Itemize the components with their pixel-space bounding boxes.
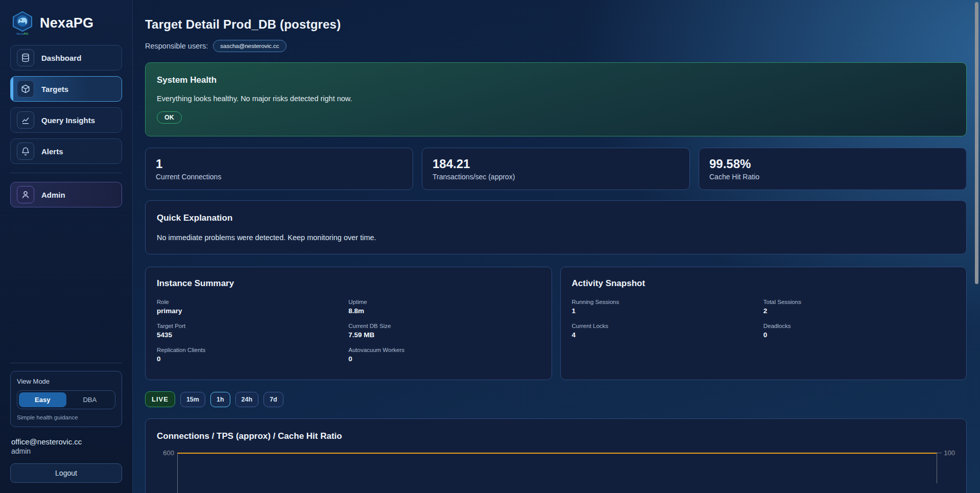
app-title: NexaPG (40, 15, 93, 31)
range-button-7d[interactable]: 7d (264, 392, 283, 407)
chart-card: Connections / TPS (approx) / Cache Hit R… (145, 418, 967, 493)
left-axis-top-tick: 600 (157, 449, 177, 493)
range-button-1h[interactable]: 1h (210, 392, 230, 407)
chart-title: Connections / TPS (approx) / Cache Hit R… (157, 431, 955, 441)
responsible-users-label: Responsible users: (145, 42, 208, 50)
page-title: Target Detail Prod_DB (postgres) (145, 17, 967, 32)
view-mode-hint: Simple health guidance (17, 414, 115, 420)
activity-snapshot-card: Activity Snapshot Running Sessions 1 Tot… (560, 267, 967, 380)
sidebar-item-label: Alerts (41, 147, 63, 156)
summary-row: Instance Summary Role primary Uptime 8.8… (145, 267, 967, 380)
responsible-user-badge[interactable]: sascha@nesterovic.cc (213, 40, 286, 52)
field-uptime: Uptime 8.8m (348, 299, 540, 315)
metric-card-connections: 1 Current Connections (145, 148, 413, 190)
sidebar-item-label: Query Insights (41, 116, 95, 125)
nexapg-logo-icon: NexaPG (11, 11, 34, 35)
metric-label: Cache Hit Ratio (709, 173, 956, 181)
health-status-badge: OK (157, 111, 182, 124)
metric-label: Transactions/sec (approx) (433, 173, 679, 181)
sidebar-item-admin[interactable]: Admin (10, 182, 122, 207)
brand: NexaPG NexaPG (10, 9, 122, 45)
instance-summary-card: Instance Summary Role primary Uptime 8.8… (145, 267, 552, 380)
sidebar-item-dashboard[interactable]: Dashboard (10, 45, 122, 71)
sidebar-spacer (10, 213, 122, 363)
field-role: Role primary (157, 299, 348, 315)
instance-summary-fields: Role primary Uptime 8.8m Target Port 543… (157, 299, 540, 363)
range-button-24h[interactable]: 24h (235, 392, 259, 407)
view-mode-dba-button[interactable]: DBA (66, 392, 114, 407)
quick-explanation-title: Quick Explanation (157, 213, 955, 223)
metric-card-tps: 184.21 Transactions/sec (approx) (422, 148, 690, 190)
user-role: admin (11, 447, 121, 455)
system-health-message: Everything looks healthy. No major risks… (157, 95, 955, 103)
field-running-sessions: Running Sessions 1 (572, 299, 763, 315)
scrollbar-thumb[interactable] (975, 2, 978, 284)
database-icon (17, 49, 34, 66)
sidebar-item-query-insights[interactable]: Query Insights (10, 107, 122, 133)
chart-plot: 600 100 (157, 453, 955, 493)
view-mode-title: View Mode (17, 378, 115, 385)
range-button-15m[interactable]: 15m (180, 392, 205, 407)
user-email: office@nesterovic.cc (11, 437, 121, 446)
view-mode-toggle: Easy DBA (17, 390, 115, 409)
user-icon (17, 186, 34, 203)
activity-snapshot-fields: Running Sessions 1 Total Sessions 2 Curr… (572, 299, 955, 339)
field-db-size: Current DB Size 7.59 MB (348, 323, 540, 339)
cube-icon (17, 80, 34, 98)
instance-summary-title: Instance Summary (157, 278, 540, 289)
sidebar-item-alerts[interactable]: Alerts (10, 138, 122, 164)
field-total-sessions: Total Sessions 2 (763, 299, 955, 315)
logo-wordmark: NexaPG (11, 32, 34, 35)
chart-plot-area (177, 453, 937, 493)
field-target-port: Target Port 5435 (157, 323, 348, 339)
sidebar-item-label: Dashboard (41, 54, 81, 62)
metric-value: 184.21 (433, 157, 679, 171)
responsible-users-row: Responsible users: sascha@nesterovic.cc (145, 40, 967, 52)
quick-explanation-card: Quick Explanation No immediate problems … (145, 200, 967, 254)
chart-icon (17, 111, 34, 129)
sidebar: NexaPG NexaPG Dashboard Targets (0, 0, 133, 493)
bell-icon (17, 143, 34, 160)
view-mode-easy-button[interactable]: Easy (19, 392, 66, 407)
metric-label: Current Connections (156, 173, 402, 181)
sidebar-divider (10, 173, 122, 173)
main-content: Target Detail Prod_DB (postgres) Respons… (133, 0, 980, 493)
app-window: NexaPG NexaPG Dashboard Targets (0, 0, 980, 493)
sidebar-divider (10, 363, 122, 363)
right-axis: 100 (937, 453, 955, 493)
metric-value: 99.58% (709, 157, 956, 171)
field-autovacuum-workers: Autovacuum Workers 0 (348, 347, 540, 363)
live-badge[interactable]: LIVE (145, 391, 175, 407)
right-axis-top-tick: 100 (942, 449, 955, 493)
activity-snapshot-title: Activity Snapshot (572, 278, 955, 289)
view-mode-panel: View Mode Easy DBA Simple health guidanc… (10, 371, 122, 427)
sidebar-item-label: Admin (41, 191, 65, 199)
quick-explanation-message: No immediate problems were detected. Kee… (157, 233, 955, 242)
scrollbar-track[interactable] (973, 0, 980, 493)
system-health-title: System Health (157, 75, 955, 85)
metric-value: 1 (156, 157, 402, 171)
metrics-row: 1 Current Connections 184.21 Transaction… (145, 148, 967, 190)
time-range-controls: LIVE 15m 1h 24h 7d (145, 391, 967, 407)
right-axis-tick (937, 453, 942, 483)
sidebar-item-targets[interactable]: Targets (10, 76, 122, 102)
metric-card-cache-hit: 99.58% Cache Hit Ratio (699, 148, 967, 190)
sidebar-item-label: Targets (41, 85, 68, 93)
logout-button[interactable]: Logout (10, 463, 122, 483)
field-replication-clients: Replication Clients 0 (157, 347, 348, 363)
field-deadlocks: Deadlocks 0 (763, 323, 955, 339)
field-current-locks: Current Locks 4 (572, 323, 763, 339)
system-health-card: System Health Everything looks healthy. … (145, 62, 967, 136)
